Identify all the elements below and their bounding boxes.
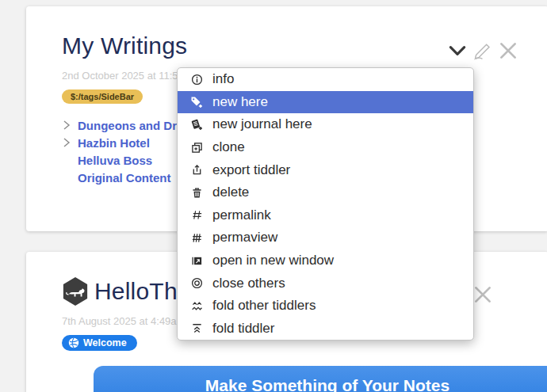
clone-icon bbox=[188, 142, 205, 154]
menu-item-new-journal-here[interactable]: new journal here bbox=[178, 113, 473, 136]
menu-item-label: fold other tiddlers bbox=[212, 298, 316, 314]
menu-item-label: new here bbox=[212, 94, 268, 110]
chevron-right-icon[interactable] bbox=[62, 138, 78, 147]
menu-item-label: clone bbox=[212, 139, 245, 155]
open-in-new-window-icon bbox=[188, 255, 205, 267]
tiddler-title: My Writings bbox=[62, 30, 187, 62]
delete-trash-icon bbox=[188, 187, 205, 199]
new-here-icon bbox=[188, 96, 205, 108]
story-river: My Writings 2nd October 2025 at 11:5 $:/… bbox=[0, 0, 547, 392]
menu-item-info[interactable]: info bbox=[178, 68, 473, 91]
menu-item-clone[interactable]: clone bbox=[178, 136, 473, 159]
menu-item-open-in-new-window[interactable]: open in new window bbox=[178, 249, 473, 272]
tag-pill-welcome[interactable]: Welcome bbox=[62, 335, 137, 351]
menu-item-permalink[interactable]: permalink bbox=[178, 204, 473, 227]
close-icon[interactable] bbox=[497, 40, 519, 62]
tiddler-link[interactable]: Original Content bbox=[78, 171, 171, 185]
menu-item-label: fold tiddler bbox=[212, 321, 274, 337]
menu-item-label: open in new window bbox=[212, 253, 334, 268]
permaview-icon bbox=[188, 232, 205, 244]
menu-item-label: permaview bbox=[212, 230, 277, 245]
info-icon bbox=[188, 74, 205, 86]
export-tiddler-icon bbox=[188, 164, 205, 176]
new-journal-here-icon bbox=[188, 118, 205, 131]
menu-item-permaview[interactable]: permaview bbox=[178, 226, 473, 249]
fold-tiddler-icon bbox=[188, 322, 205, 334]
menu-item-label: close others bbox=[212, 276, 285, 291]
tiddler-title: HelloTh bbox=[94, 276, 178, 307]
edit-pencil-icon[interactable] bbox=[472, 40, 494, 62]
chevron-right-icon[interactable] bbox=[62, 120, 78, 130]
chevron-down-icon[interactable] bbox=[446, 40, 469, 62]
tiddler-link[interactable]: Helluva Boss bbox=[78, 154, 152, 167]
close-icon[interactable] bbox=[472, 284, 494, 306]
tiddler-link[interactable]: Dungeons and Dra bbox=[78, 119, 183, 132]
menu-item-close-others[interactable]: close others bbox=[178, 272, 473, 295]
menu-item-export-tiddler[interactable]: export tiddler bbox=[178, 158, 473, 181]
fold-other-tiddlers-icon bbox=[188, 300, 205, 312]
menu-item-label: info bbox=[212, 71, 234, 87]
menu-item-fold-other-tiddlers[interactable]: fold other tiddlers bbox=[178, 295, 473, 318]
menu-item-label: export tiddler bbox=[212, 162, 290, 178]
tag-pill-sidebar[interactable]: $:/tags/SideBar bbox=[62, 89, 143, 104]
hexagon-cat-logo-icon bbox=[62, 276, 89, 306]
tiddler-link[interactable]: Hazbin Hotel bbox=[78, 136, 150, 150]
tag-label: Welcome bbox=[83, 337, 127, 348]
menu-item-label: permalink bbox=[212, 207, 271, 223]
permalink-icon bbox=[188, 209, 205, 221]
menu-item-delete[interactable]: delete bbox=[178, 181, 473, 204]
menu-item-label: delete bbox=[212, 185, 249, 200]
menu-item-label: new journal here bbox=[212, 116, 312, 132]
globe-icon bbox=[68, 337, 79, 348]
tiddler-context-menu: info new here new journal here clone exp bbox=[177, 67, 474, 341]
menu-item-new-here[interactable]: new here bbox=[178, 91, 473, 114]
close-others-icon bbox=[188, 277, 205, 289]
tiddler-controls bbox=[446, 40, 519, 62]
make-something-button[interactable]: Make Something of Your Notes bbox=[94, 366, 547, 392]
menu-item-fold-tiddler[interactable]: fold tiddler bbox=[178, 318, 473, 341]
